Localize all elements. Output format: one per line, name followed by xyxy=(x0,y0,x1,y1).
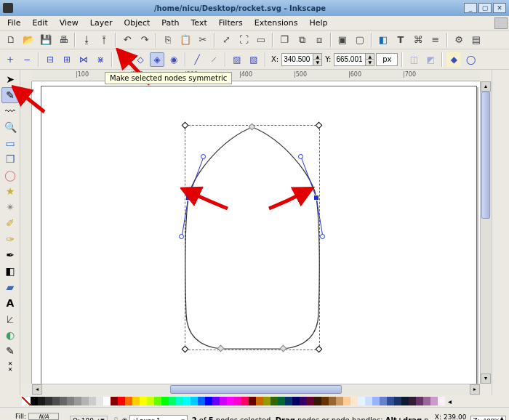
palette-swatch[interactable] xyxy=(89,397,96,405)
node-handle[interactable] xyxy=(320,234,325,239)
palette-swatch[interactable] xyxy=(430,397,438,405)
palette-swatch[interactable] xyxy=(176,397,183,405)
duplicate-button[interactable]: ❐ xyxy=(276,32,292,48)
palette-swatch[interactable] xyxy=(358,397,365,405)
tweak-tool[interactable]: 〰 xyxy=(1,103,19,119)
export-button[interactable]: ⭱ xyxy=(96,32,112,48)
menu-view[interactable]: View xyxy=(54,17,84,29)
undo-button[interactable]: ↶ xyxy=(119,32,135,48)
viewport[interactable] xyxy=(32,81,480,384)
palette-swatch[interactable] xyxy=(416,397,423,405)
palette-swatch[interactable] xyxy=(321,397,329,405)
save-button[interactable]: 💾 xyxy=(38,32,54,48)
palette-swatch[interactable] xyxy=(52,397,60,405)
zoom-draw-button[interactable]: ⛶ xyxy=(236,32,252,48)
palette-swatch[interactable] xyxy=(67,397,74,405)
palette-swatch[interactable] xyxy=(263,397,270,405)
palette-swatch[interactable] xyxy=(140,397,147,405)
palette-menu[interactable]: ◂ xyxy=(446,397,453,405)
import-button[interactable]: ⭳ xyxy=(79,32,95,48)
path-node[interactable] xyxy=(185,195,191,201)
palette-swatch[interactable] xyxy=(329,397,336,405)
palette-swatch[interactable] xyxy=(336,397,343,405)
palette-swatch[interactable] xyxy=(169,397,176,405)
node-auto-button[interactable]: ◉ xyxy=(167,52,181,67)
palette-swatch[interactable] xyxy=(300,397,307,405)
clone-button[interactable]: ⧉ xyxy=(294,32,310,48)
box3d-tool[interactable]: ❒ xyxy=(1,151,19,167)
selector-tool[interactable]: ➤ xyxy=(1,71,19,87)
y-input[interactable]: ▲▼ xyxy=(334,53,374,66)
join-node-button[interactable]: ⊞ xyxy=(60,52,74,67)
node-symmetric-button[interactable]: ◈ xyxy=(150,52,164,67)
menu-path[interactable]: Path xyxy=(156,17,185,29)
redo-button[interactable]: ↷ xyxy=(137,32,153,48)
palette-swatch[interactable] xyxy=(45,397,52,405)
palette-swatch[interactable] xyxy=(270,397,278,405)
palette-swatch[interactable] xyxy=(307,397,314,405)
palette-swatch[interactable] xyxy=(118,397,125,405)
palette-none[interactable] xyxy=(22,397,31,405)
bezier-tool[interactable]: ✑ xyxy=(1,231,19,247)
palette-swatch[interactable] xyxy=(350,397,358,405)
palette-swatch[interactable] xyxy=(314,397,321,405)
new-button[interactable]: 🗋 xyxy=(3,32,19,48)
obj-to-path-button[interactable]: ▨ xyxy=(230,52,244,67)
palette-swatch[interactable] xyxy=(409,397,416,405)
copy-button[interactable]: ⎘ xyxy=(160,32,176,48)
prefs-button[interactable]: ⚙ xyxy=(451,32,467,48)
zoom-page-button[interactable]: ▭ xyxy=(253,32,269,48)
docprops-button[interactable]: ▤ xyxy=(468,32,484,48)
open-button[interactable]: 📂 xyxy=(20,32,36,48)
rect-tool[interactable]: ▭ xyxy=(1,135,19,151)
scrollbar-horizontal[interactable]: ◂ ▸ xyxy=(32,384,480,395)
break-node-button[interactable]: ⊟ xyxy=(43,52,57,67)
node-smooth-button[interactable]: ◇ xyxy=(133,52,148,67)
palette-swatch[interactable] xyxy=(205,397,212,405)
zoom-field[interactable]: Z: ▲▼ xyxy=(470,416,506,421)
show-handles-button[interactable]: ◆ xyxy=(446,52,461,67)
node-handle[interactable] xyxy=(298,154,303,159)
palette-swatch[interactable] xyxy=(256,397,263,405)
palette-swatch[interactable] xyxy=(147,397,154,405)
node-tool[interactable]: ✎ xyxy=(1,87,19,103)
palette-swatch[interactable] xyxy=(278,397,285,405)
palette-swatch[interactable] xyxy=(249,397,256,405)
menu-extensions[interactable]: Extensions xyxy=(249,17,304,29)
align-dialog-button[interactable]: ≡ xyxy=(428,32,444,48)
zoom-fit-button[interactable]: ⤢ xyxy=(218,32,234,48)
seg-line-button[interactable]: ╱ xyxy=(190,52,204,67)
palette-swatch[interactable] xyxy=(60,397,67,405)
seg-curve-button[interactable]: ⟋ xyxy=(207,52,221,67)
eraser-tool[interactable]: ◧ xyxy=(1,263,19,279)
unlink-button[interactable]: ⧈ xyxy=(311,32,327,48)
stroke-to-path-button[interactable]: ▧ xyxy=(247,52,261,67)
palette-swatch[interactable] xyxy=(380,397,387,405)
clip-edit-button[interactable]: ◫ xyxy=(406,52,421,67)
opacity-field[interactable]: O: 100 ▲▼ xyxy=(70,416,108,421)
palette-swatch[interactable] xyxy=(438,397,445,405)
paste-button[interactable]: 📋 xyxy=(177,32,193,48)
cut-button[interactable]: ✂ xyxy=(195,32,211,48)
palette-swatch[interactable] xyxy=(125,397,132,405)
maximize-button[interactable]: ▢ xyxy=(478,3,492,13)
circle-tool[interactable]: ◯ xyxy=(1,167,19,183)
bucket-tool[interactable]: ▰ xyxy=(1,279,19,295)
palette-swatch[interactable] xyxy=(103,397,111,405)
palette-swatch[interactable] xyxy=(111,397,118,405)
layer-select[interactable]: •Layer 1▾ xyxy=(129,415,188,421)
palette-swatch[interactable] xyxy=(74,397,81,405)
menu-layer[interactable]: Layer xyxy=(84,17,119,29)
connector-tool[interactable]: ⟀ xyxy=(1,311,19,327)
unit-select[interactable]: px xyxy=(376,53,398,66)
star-tool[interactable]: ★ xyxy=(1,183,19,199)
scrollbar-vertical[interactable]: ▴ ▾ xyxy=(480,81,492,384)
palette-swatch[interactable] xyxy=(183,397,191,405)
palette-swatch[interactable] xyxy=(292,397,300,405)
menu-text[interactable]: Text xyxy=(185,17,213,29)
palette-swatch[interactable] xyxy=(96,397,103,405)
delete-node-button[interactable]: − xyxy=(20,52,34,67)
palette-swatch[interactable] xyxy=(234,397,241,405)
print-button[interactable]: 🖶 xyxy=(55,32,71,48)
node-handle[interactable] xyxy=(179,234,184,239)
